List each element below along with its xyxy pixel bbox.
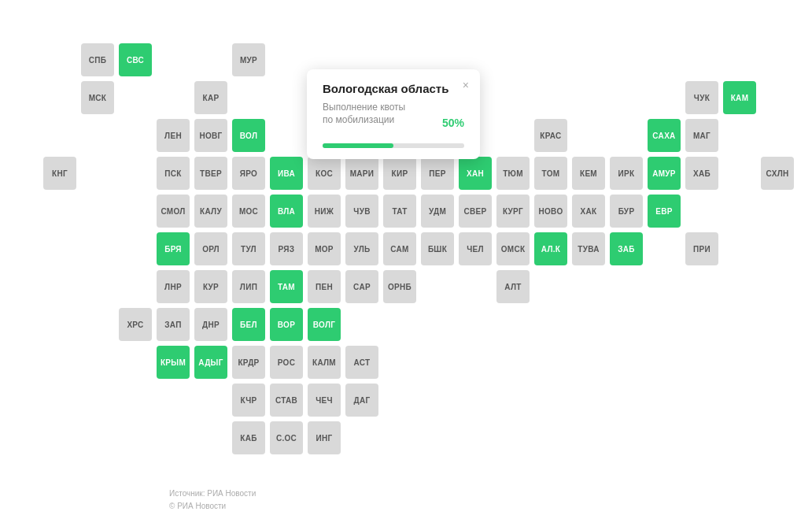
region-cell-вла[interactable]: ВЛА <box>270 195 303 228</box>
region-cell-схлн[interactable]: СХЛН <box>761 157 794 190</box>
region-cell-кам[interactable]: КАМ <box>723 81 756 114</box>
source-line1: Источник: РИА Новости <box>169 487 256 500</box>
region-cell-мск[interactable]: МСК <box>81 81 114 114</box>
region-cell-саха[interactable]: САХА <box>648 119 681 152</box>
region-cell-сар[interactable]: САР <box>345 270 378 303</box>
region-cell-днр[interactable]: ДНР <box>194 308 227 341</box>
region-cell-калу[interactable]: КАЛУ <box>194 195 227 228</box>
region-cell-рос[interactable]: РОС <box>270 346 303 379</box>
region-cell-бря[interactable]: БРЯ <box>157 232 190 265</box>
region-cell-твер[interactable]: ТВЕР <box>194 157 227 190</box>
progress-bar-fill <box>323 143 393 148</box>
region-cell-свер[interactable]: СВЕР <box>459 195 492 228</box>
region-cell-став[interactable]: СТАВ <box>270 384 303 417</box>
region-cell-кем[interactable]: КЕМ <box>572 157 605 190</box>
region-cell-бшк[interactable]: БШК <box>421 232 454 265</box>
region-cell-вор[interactable]: ВОР <box>270 308 303 341</box>
region-cell-адыг[interactable]: АДЫГ <box>194 346 227 379</box>
region-cell-алт[interactable]: АЛТ <box>496 270 530 303</box>
region-cell-аст[interactable]: АСТ <box>345 346 378 379</box>
region-cell-свс[interactable]: СВС <box>119 43 152 76</box>
region-cell-сос[interactable]: С.ОС <box>270 421 303 454</box>
region-cell-чел[interactable]: ЧЕЛ <box>459 232 492 265</box>
region-cell-хрс[interactable]: ХРС <box>119 308 152 341</box>
region-cell-маг[interactable]: МАГ <box>685 119 718 152</box>
region-cell-уль[interactable]: УЛЬ <box>345 232 378 265</box>
region-cell-тува[interactable]: ТУВА <box>572 232 605 265</box>
region-cell-мор[interactable]: МОР <box>308 232 341 265</box>
region-cell-алк[interactable]: АЛ.К <box>534 232 567 265</box>
tooltip-title: Вологодская область <box>323 82 464 95</box>
region-cell-даг[interactable]: ДАГ <box>345 384 378 417</box>
region-cell-амур[interactable]: АМУР <box>648 157 681 190</box>
region-cell-пен[interactable]: ПЕН <box>308 270 341 303</box>
region-cell-мур[interactable]: МУР <box>232 43 265 76</box>
region-cell-тюм[interactable]: ТЮМ <box>496 157 530 190</box>
region-cell-орнб[interactable]: ОРНБ <box>383 270 416 303</box>
region-cell-кар[interactable]: КАР <box>194 81 227 114</box>
region-cell-лен[interactable]: ЛЕН <box>157 119 190 152</box>
region-cell-лнр[interactable]: ЛНР <box>157 270 190 303</box>
region-cell-кнг[interactable]: КНГ <box>43 157 76 190</box>
region-cell-мос[interactable]: МОС <box>232 195 265 228</box>
map-container: СПБСВСМУРМСККАРЧУККАМЛЕННОВГВОЛКРАССАХАМ… <box>0 0 812 530</box>
region-cell-каб[interactable]: КАБ <box>232 421 265 454</box>
region-cell-зап[interactable]: ЗАП <box>157 308 190 341</box>
region-cell-кчр[interactable]: КЧР <box>232 384 265 417</box>
region-cell-кос[interactable]: КОС <box>308 157 341 190</box>
region-cell-вол[interactable]: ВОЛ <box>232 119 265 152</box>
region-cell-сам[interactable]: САМ <box>383 232 416 265</box>
region-cell-орл[interactable]: ОРЛ <box>194 232 227 265</box>
region-cell-волг[interactable]: ВОЛГ <box>308 308 341 341</box>
region-cell-крдр[interactable]: КРДР <box>232 346 265 379</box>
region-cell-бел[interactable]: БЕЛ <box>232 308 265 341</box>
region-cell-лип[interactable]: ЛИП <box>232 270 265 303</box>
region-cell-мари[interactable]: МАРИ <box>345 157 378 190</box>
source-line2: © РИА Новости <box>169 500 256 513</box>
region-cell-удм[interactable]: УДМ <box>421 195 454 228</box>
region-cell-хак[interactable]: ХАК <box>572 195 605 228</box>
region-cell-кург[interactable]: КУРГ <box>496 195 530 228</box>
region-cell-кур[interactable]: КУР <box>194 270 227 303</box>
region-cell-чув[interactable]: ЧУВ <box>345 195 378 228</box>
footer: Источник: РИА Новости © РИА Новости <box>169 487 256 513</box>
region-cell-ирк[interactable]: ИРК <box>610 157 643 190</box>
region-cell-при[interactable]: ПРИ <box>685 232 718 265</box>
region-tooltip: Вологодская область × Выполнение квотыпо… <box>307 69 480 159</box>
region-cell-тат[interactable]: ТАТ <box>383 195 416 228</box>
region-cell-ниж[interactable]: НИЖ <box>308 195 341 228</box>
tooltip-value: 50% <box>442 117 464 129</box>
region-cell-ива[interactable]: ИВА <box>270 157 303 190</box>
region-cell-крым[interactable]: КРЫМ <box>157 346 190 379</box>
region-cell-пер[interactable]: ПЕР <box>421 157 454 190</box>
region-cell-том[interactable]: ТОМ <box>534 157 567 190</box>
region-cell-кир[interactable]: КИР <box>383 157 416 190</box>
region-cell-чук[interactable]: ЧУК <box>685 81 718 114</box>
region-cell-яро[interactable]: ЯРО <box>232 157 265 190</box>
region-cell-ряз[interactable]: РЯЗ <box>270 232 303 265</box>
region-cell-инг[interactable]: ИНГ <box>308 421 341 454</box>
region-cell-чеч[interactable]: ЧЕЧ <box>308 384 341 417</box>
region-cell-крас[interactable]: КРАС <box>534 119 567 152</box>
region-cell-омск[interactable]: ОМСК <box>496 232 530 265</box>
region-cell-спб[interactable]: СПБ <box>81 43 114 76</box>
region-cell-тул[interactable]: ТУЛ <box>232 232 265 265</box>
region-cell-ново[interactable]: НОВО <box>534 195 567 228</box>
close-icon[interactable]: × <box>463 79 469 91</box>
region-cell-евр[interactable]: ЕВР <box>648 195 681 228</box>
progress-bar-background <box>323 143 464 148</box>
region-cell-хан[interactable]: ХАН <box>459 157 492 190</box>
region-cell-хаб[interactable]: ХАБ <box>685 157 718 190</box>
region-cell-бур[interactable]: БУР <box>610 195 643 228</box>
region-cell-заб[interactable]: ЗАБ <box>610 232 643 265</box>
region-cell-там[interactable]: ТАМ <box>270 270 303 303</box>
region-cell-новг[interactable]: НОВГ <box>194 119 227 152</box>
region-cell-калм[interactable]: КАЛМ <box>308 346 341 379</box>
region-cell-пск[interactable]: ПСК <box>157 157 190 190</box>
region-cell-смол[interactable]: СМОЛ <box>157 195 190 228</box>
